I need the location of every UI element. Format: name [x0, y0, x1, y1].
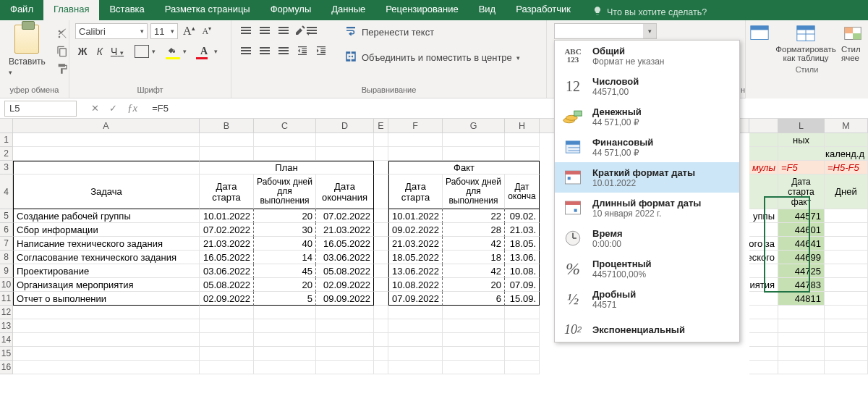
cell[interactable]: 44571 [778, 209, 825, 223]
align-middle-icon[interactable] [256, 23, 273, 38]
cell[interactable]: Согласование технического задания [13, 251, 200, 264]
cell[interactable] [825, 347, 868, 361]
cell[interactable] [443, 147, 505, 161]
cell[interactable]: Создание рабочей группы [13, 209, 200, 223]
row-header[interactable]: 15 [0, 347, 13, 361]
cell[interactable] [374, 278, 388, 292]
cell[interactable] [374, 251, 388, 264]
cell[interactable] [749, 223, 778, 237]
tab-home[interactable]: Главная [43, 0, 99, 20]
col-G[interactable]: G [443, 119, 505, 133]
cell[interactable]: Факт [388, 161, 540, 175]
cell[interactable]: 30 [254, 223, 316, 237]
bold-button[interactable]: Ж [75, 46, 90, 57]
row-header[interactable]: 12 [0, 306, 13, 319]
cell[interactable] [13, 306, 200, 319]
cell[interactable] [254, 319, 316, 333]
cell[interactable] [200, 133, 254, 147]
cell[interactable]: =H5-F5 [825, 161, 868, 175]
cell[interactable]: 07.09. [505, 278, 540, 292]
cell[interactable] [13, 161, 200, 175]
name-box[interactable]: L5 [4, 101, 77, 117]
col-H[interactable]: H [505, 119, 540, 133]
cell[interactable] [778, 147, 825, 161]
cell[interactable] [505, 133, 540, 147]
cell[interactable]: 45 [254, 264, 316, 278]
align-top-icon[interactable] [237, 23, 255, 38]
cell[interactable] [374, 209, 388, 223]
cell[interactable] [443, 319, 505, 333]
select-all-corner[interactable] [0, 119, 13, 133]
cell[interactable]: кого за [749, 237, 778, 251]
cell[interactable]: План [200, 161, 374, 175]
cell[interactable] [388, 347, 443, 361]
cell[interactable]: 20 [254, 209, 316, 223]
cell[interactable]: 18.05.2022 [388, 251, 443, 264]
cell[interactable]: Написание технического задания [13, 237, 200, 251]
cell[interactable] [505, 147, 540, 161]
row-header[interactable]: 14 [0, 333, 13, 347]
number-format-select[interactable]: ▾ [554, 23, 657, 39]
cell[interactable] [825, 306, 868, 319]
fill-color-icon[interactable] [166, 46, 180, 57]
cell[interactable]: 10.08. [505, 264, 540, 278]
cell[interactable]: мулы [749, 161, 778, 175]
cell[interactable]: =F5 [778, 161, 825, 175]
row-header[interactable]: 7 [0, 237, 13, 251]
cell[interactable]: 03.06.2022 [316, 251, 374, 264]
col-E[interactable]: E [374, 119, 388, 133]
cell[interactable]: Дата старта факт [778, 175, 825, 209]
cell[interactable] [443, 361, 505, 374]
cell[interactable] [825, 264, 868, 278]
orientation-icon[interactable]: ▾ [294, 23, 317, 38]
cell[interactable] [200, 361, 254, 374]
cell[interactable] [825, 237, 868, 251]
fmt-number[interactable]: 12 Числовой44571,00 [555, 71, 739, 101]
cell[interactable] [388, 147, 443, 161]
cell[interactable] [749, 319, 778, 333]
fmt-general[interactable]: ABC123 ОбщийФормат не указан [555, 41, 739, 71]
cell[interactable] [825, 209, 868, 223]
cell[interactable] [200, 306, 254, 319]
cell[interactable]: 44783 [778, 278, 825, 292]
cell[interactable]: 28 [443, 223, 505, 237]
cell[interactable]: 10.01.2022 [388, 209, 443, 223]
cell[interactable]: 09.02. [505, 209, 540, 223]
cell[interactable]: ческого [749, 251, 778, 264]
cell[interactable]: 10.08.2022 [388, 278, 443, 292]
cell[interactable] [316, 319, 374, 333]
fmt-long-date[interactable]: Длинный формат даты10 января 2022 г. [555, 193, 739, 223]
cell[interactable]: Дата окончания [316, 175, 374, 209]
cell[interactable]: 18.05. [505, 237, 540, 251]
cell[interactable]: 16.05.2022 [316, 237, 374, 251]
fmt-currency[interactable]: Денежный44 571,00 ₽ [555, 101, 739, 132]
row-header[interactable]: 10 [0, 278, 13, 292]
cell[interactable] [388, 319, 443, 333]
cell[interactable]: уппы [749, 209, 778, 223]
cell[interactable] [254, 147, 316, 161]
cell[interactable]: 20 [443, 278, 505, 292]
formula-input[interactable]: =F5 [148, 101, 868, 117]
cell[interactable]: 14 [254, 251, 316, 264]
cell[interactable] [316, 133, 374, 147]
cell[interactable]: 05.08.2022 [316, 264, 374, 278]
cell[interactable]: 15.09. [505, 292, 540, 306]
format-as-table-button[interactable]: Форматировать как таблицу [773, 23, 838, 62]
font-color-icon[interactable]: A [197, 46, 211, 57]
cell[interactable]: Организация мероприятия [13, 278, 200, 292]
fmt-scientific[interactable]: 102 Экспоненциальный [555, 314, 739, 342]
cell[interactable] [374, 319, 388, 333]
cell[interactable] [316, 306, 374, 319]
merge-center-button[interactable]: Объединить и поместить в центре ▾ [340, 49, 524, 67]
cell[interactable] [254, 361, 316, 374]
cell[interactable] [316, 147, 374, 161]
cell[interactable] [13, 333, 200, 347]
cell[interactable]: Проектирование [13, 264, 200, 278]
cell[interactable]: 20 [254, 278, 316, 292]
cell[interactable] [388, 133, 443, 147]
fmt-percent[interactable]: % Процентный4457100,00% [555, 253, 739, 284]
cell[interactable] [254, 333, 316, 347]
col-F[interactable]: F [388, 119, 443, 133]
italic-button[interactable]: К [93, 46, 107, 57]
cell[interactable] [388, 361, 443, 374]
